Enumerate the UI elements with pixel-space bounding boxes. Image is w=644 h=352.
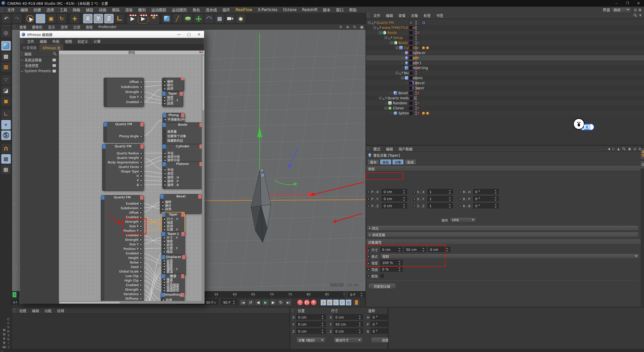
- node-port-半径[interactable]: 半径: [164, 168, 174, 172]
- menubar-item-帮助[interactable]: 帮助: [346, 7, 359, 12]
- layer-color-chip[interactable]: [409, 61, 413, 65]
- search-icon[interactable]: [621, 147, 627, 151]
- soft-selection-button[interactable]: S: [1, 130, 11, 140]
- xpresso-node-quartzfm-c[interactable]: Quartz FMEnabledSubdivisionOffsetEnabled…: [101, 195, 144, 304]
- coordinate-system-button[interactable]: ∟: [114, 14, 125, 24]
- viewport-menu-面板[interactable]: 面板: [83, 24, 96, 29]
- disabled-cross-icon[interactable]: ✗: [417, 106, 420, 110]
- lock-icon[interactable]: ▣: [627, 147, 632, 151]
- light-button[interactable]: ◉: [236, 14, 246, 24]
- node-port-Enabled[interactable]: Enabled: [126, 216, 142, 219]
- node-port-尺寸 . Y[interactable]: 尺寸 . Y: [163, 236, 178, 240]
- object-row-Taper[interactable]: Taper✓: [366, 85, 644, 91]
- search-icon[interactable]: [633, 13, 637, 17]
- lock-x-button[interactable]: X: [83, 14, 93, 24]
- key-parameter-button[interactable]: P: [339, 299, 345, 305]
- object-row-Boole[interactable]: −Boole✓: [366, 40, 644, 45]
- panel-icon[interactable]: ▦: [638, 8, 641, 12]
- object-row-Setup[interactable]: −∟0Setup: [366, 35, 644, 40]
- move-button[interactable]: +: [35, 14, 46, 24]
- pool-item-系统预置[interactable]: ─-系统预置: [20, 63, 59, 68]
- menubar-item-文件[interactable]: 文件: [5, 7, 18, 12]
- xpresso-node-taper-1[interactable]: Taper.1尺寸 . Y强度启用位置 . Y缩放: [162, 232, 185, 256]
- node-port-Subdivision[interactable]: Subdivision: [120, 207, 142, 210]
- layer-color-chip[interactable]: [409, 81, 413, 85]
- workplane-lock-button[interactable]: ▦: [1, 154, 11, 164]
- tab-衰减[interactable]: 衰减: [405, 159, 416, 165]
- node-port-旋转 . H[interactable]: 旋转 . H: [164, 176, 179, 179]
- expand-toggle[interactable]: −: [385, 107, 387, 109]
- node-port-Strength[interactable]: Strength: [125, 238, 142, 242]
- close-button[interactable]: ✕: [633, 1, 644, 5]
- visibility-dots[interactable]: [415, 21, 417, 25]
- zoom-icon[interactable]: ⊕: [344, 25, 351, 29]
- node-port-Quartz Height[interactable]: Quartz Height: [117, 156, 142, 160]
- coord-pos-X-field[interactable]: 0 cm: [296, 315, 326, 320]
- disabled-cross-icon[interactable]: ✗: [417, 66, 420, 70]
- node-port-Quartz Faces[interactable]: Quartz Faces: [118, 165, 142, 169]
- am-size-field-1[interactable]: 50 cm: [404, 247, 426, 252]
- object-row-Taper[interactable]: Taper✓: [366, 55, 644, 60]
- side-tab-层[interactable]: 层: [641, 161, 644, 168]
- am-field-p1[interactable]: 0 cm: [382, 196, 407, 202]
- ime-indicator[interactable]: 英: [573, 118, 596, 134]
- node-port-Phong Angle[interactable]: Phong Angle: [119, 135, 142, 138]
- node-port-Size Y[interactable]: Size Y: [129, 243, 142, 246]
- convert-button[interactable]: ◍: [1, 28, 11, 38]
- node-port-P[interactable]: P: [137, 179, 142, 182]
- disabled-cross-icon[interactable]: ✗: [417, 51, 420, 55]
- frame-spinner-field[interactable]: 90 F: [221, 299, 237, 305]
- node-port-类型[interactable]: 类型: [164, 172, 174, 175]
- xpresso-node-bevel-top[interactable]: 偏移细分启用: [162, 78, 184, 91]
- am-size-field-0[interactable]: 0 cm: [380, 247, 403, 252]
- section-object-properties[interactable]: 对象属性: [366, 239, 641, 245]
- menubar-item-动画[interactable]: 动画: [96, 7, 109, 12]
- disabled-cross-icon[interactable]: ✗: [417, 91, 420, 95]
- menubar-item-脚本[interactable]: 脚本: [320, 7, 333, 12]
- node-port-偏移[interactable]: 偏移: [164, 80, 173, 83]
- menubar-item-Octane[interactable]: Octane: [280, 8, 299, 12]
- prev-frame-button[interactable]: ◀: [255, 299, 262, 306]
- node-port-Enabled[interactable]: Enabled: [126, 284, 142, 287]
- node-port-H[interactable]: H: [137, 174, 142, 178]
- section-冻结变换[interactable]: ▸冻结变换: [367, 232, 639, 237]
- tag-dot-icon[interactable]: [422, 46, 425, 50]
- enabled-check-icon[interactable]: ✓: [417, 61, 420, 65]
- node-port-Offset[interactable]: Offset: [129, 80, 142, 84]
- node-port-Offset[interactable]: Offset: [129, 211, 142, 214]
- xpresso-group-icon[interactable]: ✜▾: [199, 51, 203, 54]
- expand-toggle[interactable]: −: [385, 36, 387, 39]
- rotate-button[interactable]: ↻: [57, 14, 67, 24]
- visibility-dots[interactable]: [415, 26, 417, 30]
- node-port-衰减[interactable]: 衰减: [163, 271, 173, 274]
- xpresso-group-header[interactable]: 群组 ✜▾: [59, 51, 205, 55]
- tag-dot-icon[interactable]: [426, 46, 429, 50]
- render-settings-button[interactable]: *: [149, 14, 159, 24]
- environment-button[interactable]: ▦: [215, 14, 225, 24]
- am-field-p2[interactable]: 0 cm: [382, 203, 407, 209]
- layer-color-chip[interactable]: [409, 56, 413, 60]
- om-menu-文件[interactable]: 文件: [371, 13, 383, 18]
- node-port-启用[interactable]: 启用: [163, 225, 173, 228]
- fillet-checkbox[interactable]: [380, 274, 384, 278]
- layer-color-chip[interactable]: [409, 66, 413, 70]
- object-row-Taper.1[interactable]: Taper.1✓: [366, 60, 644, 65]
- disabled-cross-icon[interactable]: ✗: [417, 111, 420, 115]
- xpresso-node-taper-top[interactable]: Taper强度尺寸 . Y启用: [162, 91, 183, 107]
- node-port-高端修剪[interactable]: 高端修剪: [163, 289, 179, 292]
- node-port-Shape Type[interactable]: Shape Type: [121, 170, 142, 173]
- camera-button[interactable]: [225, 14, 235, 24]
- layer-color-chip[interactable]: [409, 92, 413, 95]
- ime-lang-badge[interactable]: 英: [584, 124, 590, 130]
- node-port-Seed[interactable]: Seed: [131, 266, 142, 269]
- play-backwards-button[interactable]: ↺: [247, 299, 254, 306]
- menubar-item-Redshift[interactable]: Redshift: [299, 8, 320, 12]
- menubar-item-雕刻[interactable]: 雕刻: [135, 7, 148, 12]
- subdivision-surface-button[interactable]: [183, 14, 193, 24]
- object-row-Boole[interactable]: −Boole✗: [366, 30, 644, 35]
- enabled-check-icon[interactable]: ✓: [417, 81, 420, 85]
- node-port-Position Y[interactable]: Position Y: [124, 247, 142, 251]
- materials-menu-功能[interactable]: 功能: [42, 308, 54, 313]
- node-port-旋转 . B[interactable]: 旋转 . B: [164, 184, 179, 187]
- add-cube-button[interactable]: [162, 14, 172, 24]
